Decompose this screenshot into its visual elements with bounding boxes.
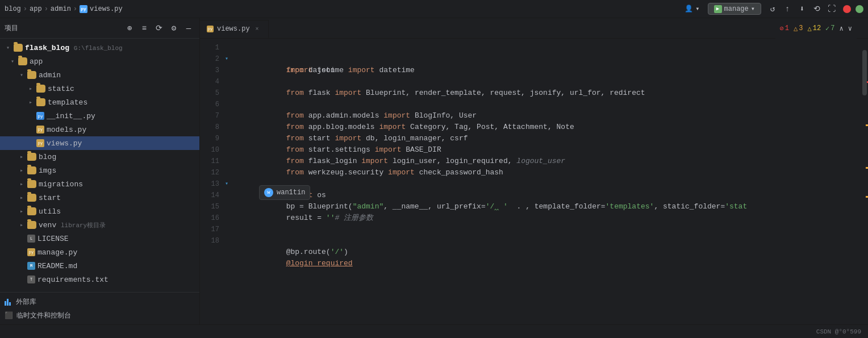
sidebar-item-manage[interactable]: py manage.py	[0, 245, 199, 259]
utils-folder-icon	[27, 207, 36, 215]
sidebar-add-btn[interactable]: ⊕	[123, 22, 136, 35]
sidebar-item-scratch[interactable]: ⬛ 临时文件和控制台	[0, 308, 199, 322]
error-icon: ⊘	[780, 24, 784, 33]
sidebar-item-imgs[interactable]: imgs	[0, 164, 199, 177]
static-label: static	[48, 85, 74, 93]
code-line-6: from app.admin.models import BlogInfo, U…	[233, 99, 860, 110]
editor-area: py views.py × ⊘ 1 △ 3 △ 12 ✓	[200, 18, 868, 324]
code-line-4: from flask import Blueprint, render_temp…	[233, 76, 860, 87]
ln-7: 7	[200, 110, 219, 122]
models-file-icon: py	[36, 126, 44, 133]
coverage-button[interactable]: ⬇	[795, 2, 809, 16]
ln-3: 3	[200, 65, 219, 76]
imgs-folder-icon	[27, 166, 36, 174]
comment-popup[interactable]: w wan1tin	[259, 185, 310, 200]
sidebar-item-license[interactable]: L LICENSE	[0, 232, 199, 245]
sidebar-item-init[interactable]: py __init__.py	[0, 109, 199, 123]
sidebar-item-models[interactable]: py models.py	[0, 123, 199, 136]
ok-icon: ✓	[825, 24, 829, 33]
sidebar-item-blog[interactable]: blog	[0, 150, 199, 164]
code-line-17: @bp.route('/')	[233, 235, 860, 247]
app-arrow	[9, 58, 16, 65]
comment-popup-container: w wan1tin	[233, 224, 860, 235]
user-button[interactable]: 👤 ▾	[681, 3, 703, 14]
static-folder-icon	[36, 85, 45, 93]
sidebar-settings-btn[interactable]: ⚙	[168, 22, 180, 35]
sidebar-item-views[interactable]: py views.py	[0, 136, 199, 150]
close-button[interactable]	[843, 5, 851, 13]
sidebar-toolbar: 项目 ⊕ ≡ ⟳ ⚙ —	[0, 18, 199, 39]
profile-button[interactable]: ⟲	[810, 2, 824, 16]
breadcrumb-blog[interactable]: blog	[5, 5, 21, 13]
maximize-button[interactable]	[856, 5, 863, 13]
warning-indicator[interactable]: △ 3	[794, 24, 803, 33]
error-indicator[interactable]: ⊘ 1	[780, 24, 789, 33]
breadcrumb-admin[interactable]: admin	[51, 5, 71, 13]
settings-button[interactable]: ⛶	[825, 2, 838, 16]
templates-folder-icon	[36, 98, 45, 106]
root-arrow	[5, 44, 11, 51]
external-libs-label: 外部库	[16, 297, 36, 307]
sidebar-collapse-btn[interactable]: ≡	[138, 22, 151, 35]
init-label: __init__.py	[47, 112, 95, 120]
sidebar-item-requirements[interactable]: T requirements.txt	[0, 273, 199, 286]
sidebar-item-migrations[interactable]: migrations	[0, 177, 199, 191]
sidebar-item-external-libs[interactable]: 外部库	[0, 295, 199, 308]
manage-button[interactable]: ▶ manage ▾	[708, 3, 761, 15]
sidebar-refresh-btn[interactable]: ⟳	[153, 22, 165, 35]
blog-folder-icon	[27, 153, 36, 161]
imgs-arrow	[18, 167, 25, 174]
error-count: 1	[785, 24, 789, 32]
scrollbar-thumb[interactable]	[862, 50, 867, 95]
tab-close-btn[interactable]: ×	[253, 25, 261, 33]
code-line-14: bp = Blueprint("admin", __name__, url_pr…	[233, 190, 860, 201]
ln-13: 13	[200, 178, 219, 190]
editor-content: 1 2 3 4 5 6 7 8 9 10 11 12 13 14 15 16 1…	[200, 39, 868, 324]
sidebar-item-start[interactable]: start	[0, 191, 199, 205]
titlebar: blog › app › admin › py views.py 👤 ▾ ▶ m…	[0, 0, 868, 18]
tree-root[interactable]: flask_blog G:\flask_blog	[0, 41, 199, 55]
ln-10: 10	[200, 144, 219, 156]
weak-indicator[interactable]: △ 12	[807, 24, 821, 33]
ln-16: 16	[200, 212, 219, 224]
comment-avatar: w	[264, 188, 273, 197]
root-label: flask_blog G:\flask_blog	[25, 44, 123, 52]
user-icon: 👤	[685, 5, 693, 13]
weak-icon: △	[807, 24, 811, 33]
sidebar-item-admin[interactable]: admin	[0, 68, 199, 82]
requirements-label: requirements.txt	[37, 276, 108, 284]
nav-up-indicator[interactable]: ∧	[840, 24, 844, 33]
init-file-icon: py	[36, 112, 44, 120]
warn-mark-2	[866, 167, 868, 169]
code-line-13	[233, 178, 860, 190]
run-button[interactable]: ↺	[766, 2, 779, 16]
ln-12: 12	[200, 167, 219, 178]
ok-indicator[interactable]: ✓ 7	[825, 24, 834, 33]
tab-views-py[interactable]: py views.py ×	[200, 20, 269, 38]
code-editor[interactable]: ▾ import json from datetime import datet…	[224, 39, 860, 324]
status-bar: CSDN @°0°599	[0, 324, 868, 338]
sidebar-item-utils[interactable]: utils	[0, 205, 199, 218]
root-folder-icon	[14, 44, 23, 52]
nav-down-indicator[interactable]: ∨	[848, 24, 852, 33]
app-folder-icon	[18, 57, 27, 65]
venv-label: venv library根目录	[39, 221, 106, 229]
warn-mark-3	[866, 196, 868, 198]
sidebar-item-templates[interactable]: templates	[0, 95, 199, 109]
debug-button[interactable]: ↑	[781, 2, 794, 16]
user-arrow: ▾	[695, 5, 699, 13]
sidebar-item-app[interactable]: app	[0, 55, 199, 68]
sidebar-bottom: 外部库 ⬛ 临时文件和控制台	[0, 292, 199, 324]
sidebar-item-static[interactable]: static	[0, 82, 199, 95]
sep1: ›	[23, 5, 27, 13]
sidebar-item-readme[interactable]: M README.md	[0, 259, 199, 273]
terminal-icon: ⬛	[5, 311, 13, 320]
editor-scrollbar[interactable]	[860, 39, 868, 324]
breadcrumb: blog › app › admin › py views.py	[5, 5, 678, 13]
views-label: views.py	[47, 139, 82, 148]
sidebar-title: 项目	[5, 23, 121, 33]
sidebar-minimize-btn[interactable]: —	[182, 22, 195, 35]
sidebar-item-venv[interactable]: venv library根目录	[0, 218, 199, 232]
manage-arrow: ▾	[751, 5, 755, 13]
breadcrumb-app[interactable]: app	[30, 5, 42, 13]
